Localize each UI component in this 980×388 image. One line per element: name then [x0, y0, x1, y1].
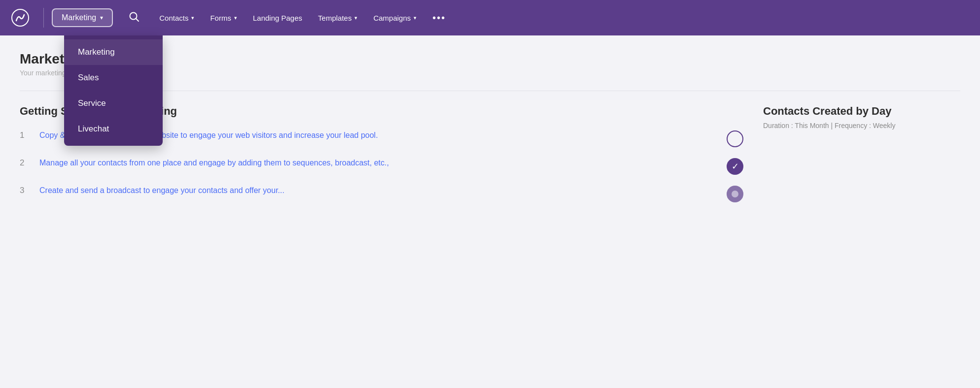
- item-check-3[interactable]: [727, 186, 743, 202]
- nav-templates[interactable]: Templates ▾: [311, 10, 364, 26]
- nav-forms-chevron: ▾: [234, 15, 237, 21]
- nav-forms-label: Forms: [210, 14, 231, 22]
- nav-landing-pages-label: Landing Pages: [253, 14, 302, 22]
- nav-landing-pages[interactable]: Landing Pages: [246, 10, 309, 26]
- module-selector-chevron: ▾: [100, 14, 103, 21]
- nav-contacts-chevron: ▾: [191, 15, 194, 21]
- search-button[interactable]: [122, 7, 146, 29]
- nav-campaigns-chevron: ▾: [414, 15, 417, 21]
- item-text-2: Manage all your contacts from one place …: [39, 157, 717, 169]
- module-selector-button[interactable]: Marketing ▾: [52, 8, 113, 27]
- dropdown-item-service[interactable]: Service: [64, 91, 163, 116]
- item-text-3: Create and send a broadcast to engage yo…: [39, 185, 717, 196]
- nav-campaigns[interactable]: Campaigns ▾: [366, 10, 423, 26]
- right-panel-subtitle: Duration : This Month | Frequency : Week…: [763, 122, 960, 129]
- nav-links: Contacts ▾ Forms ▾ Landing Pages Templat…: [152, 10, 423, 26]
- module-selector-label: Marketing: [62, 13, 96, 22]
- dropdown-item-marketing[interactable]: Marketing: [64, 39, 163, 65]
- logo-area: [10, 7, 31, 28]
- nav-templates-label: Templates: [318, 14, 351, 22]
- list-item: 3 Create and send a broadcast to engage …: [20, 185, 743, 202]
- nav-forms[interactable]: Forms ▾: [203, 10, 244, 26]
- nav-campaigns-label: Campaigns: [373, 14, 411, 22]
- item-number-2: 2: [20, 158, 30, 168]
- app-logo[interactable]: [10, 7, 31, 28]
- top-navigation: Marketing ▾ Contacts ▾ Forms ▾ Landing P…: [0, 0, 980, 35]
- dropdown-item-livechat[interactable]: Livechat: [64, 116, 163, 142]
- nav-more-button[interactable]: •••: [427, 8, 451, 28]
- right-panel-title: Contacts Created by Day: [763, 105, 960, 118]
- nav-templates-chevron: ▾: [354, 15, 357, 21]
- right-panel: Contacts Created by Day Duration : This …: [763, 105, 960, 202]
- nav-contacts[interactable]: Contacts ▾: [152, 10, 201, 26]
- item-number-1: 1: [20, 130, 30, 140]
- list-item: 2 Manage all your contacts from one plac…: [20, 157, 743, 175]
- svg-point-3: [732, 191, 738, 197]
- item-check-2[interactable]: ✓: [727, 158, 743, 175]
- item-number-3: 3: [20, 186, 30, 195]
- item-check-1[interactable]: [727, 130, 743, 147]
- module-dropdown: Marketing Sales Service Livechat: [64, 35, 163, 146]
- svg-line-2: [136, 18, 139, 21]
- dropdown-item-sales[interactable]: Sales: [64, 65, 163, 91]
- nav-divider: [43, 8, 44, 28]
- nav-contacts-label: Contacts: [159, 14, 188, 22]
